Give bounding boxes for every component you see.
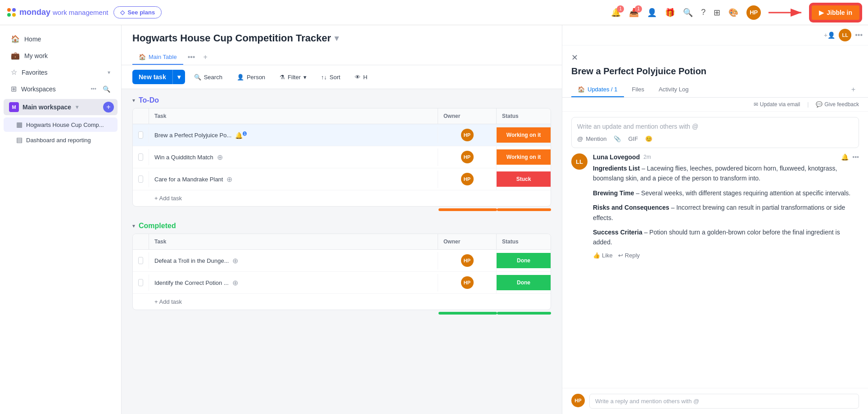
sidebar-item-favorites[interactable]: ☆ Favorites ▾: [4, 64, 118, 80]
attachment-button[interactable]: 📎: [614, 135, 621, 142]
reply-input[interactable]: Write a reply and mention others with @: [589, 394, 859, 409]
apps-icon[interactable]: ⊞: [714, 8, 720, 18]
panel-add-watcher-icon[interactable]: +👤: [824, 32, 835, 39]
emoji-button[interactable]: 😊: [645, 135, 652, 142]
search-button[interactable]: 🔍 Search: [189, 71, 228, 84]
tab-add-button[interactable]: +: [199, 50, 211, 65]
gif-button[interactable]: GIF: [628, 135, 638, 142]
checkbox-2[interactable]: [138, 153, 143, 161]
risks-label: Risks and Consequences: [593, 204, 669, 211]
add-task-completed[interactable]: + Add task: [133, 294, 551, 310]
panel-tab-activity[interactable]: Activity Log: [652, 82, 695, 97]
update-email-label: Update via email: [760, 101, 800, 108]
checkbox-c2[interactable]: [138, 279, 143, 286]
td-check-1: [133, 127, 149, 143]
ingredients-label: Ingredients List: [593, 165, 640, 172]
sort-button[interactable]: ↑↓ Sort: [316, 71, 346, 84]
like-label: Like: [602, 252, 613, 259]
td-status-3[interactable]: Stuck: [497, 171, 551, 187]
jibble-button[interactable]: ▶ Jibble in: [810, 4, 861, 21]
workspace-add-button[interactable]: +: [103, 102, 114, 112]
panel-tab-files[interactable]: Files: [626, 82, 651, 97]
color-icon[interactable]: 🎨: [728, 8, 738, 18]
help-icon[interactable]: ?: [701, 8, 705, 17]
give-feedback-btn[interactable]: 💬 Give feedback: [816, 101, 859, 108]
checkbox-3[interactable]: [138, 176, 143, 183]
new-task-dropdown-arrow[interactable]: ▾: [172, 70, 185, 84]
panel-close-button[interactable]: ✕: [571, 53, 578, 63]
gift-icon[interactable]: 🎁: [665, 8, 675, 18]
tab-more-button[interactable]: •••: [185, 50, 198, 65]
panel-topbar: +👤 LL •••: [562, 25, 868, 45]
logo-dot-yellow: [12, 13, 16, 17]
inbox-icon[interactable]: 📥 1: [629, 8, 639, 18]
like-button[interactable]: 👍 Like: [593, 252, 613, 259]
update-via-email-btn[interactable]: ✉ Update via email: [754, 101, 800, 108]
workspaces-icon: ⊞: [11, 85, 17, 93]
add-task-todo[interactable]: + Add task: [133, 190, 551, 206]
panel-more-icon[interactable]: •••: [855, 31, 863, 39]
td-task-c2[interactable]: Identify the Correct Potion ... ⊕: [149, 274, 438, 292]
panel-tabs: 🏠 Updates / 1 Files Activity Log +: [571, 82, 859, 97]
todo-table: Task Owner Status Brew a Perfect Polyjui…: [132, 108, 551, 207]
filter-icon: ⚗: [280, 74, 285, 81]
person-label: Person: [247, 74, 265, 81]
td-status-2[interactable]: Working on it: [497, 149, 551, 165]
add-task-completed-label: + Add task: [154, 298, 182, 305]
like-icon: 👍: [593, 252, 600, 259]
hide-button[interactable]: 👁 H: [349, 71, 373, 84]
checkbox-1[interactable]: [138, 131, 143, 139]
new-task-button[interactable]: New task ▾: [132, 70, 185, 84]
sidebar-item-home[interactable]: 🏠 Home: [4, 31, 118, 47]
panel-tab-updates[interactable]: 🏠 Updates / 1: [571, 82, 624, 97]
comment-luna: LL Luna Lovegood 2m 🔔 ••• Ingredients Li…: [571, 153, 859, 259]
board-item-hogwarts[interactable]: ▦ Hogwarts House Cup Comp...: [4, 117, 118, 132]
checkbox-c1[interactable]: [138, 257, 143, 264]
board-item-dashboard[interactable]: ▤ Dashboard and reporting: [4, 133, 118, 147]
search-icon[interactable]: 🔍: [683, 8, 693, 18]
td-status-c2[interactable]: Done: [497, 275, 551, 290]
panel-tab-add[interactable]: +: [848, 82, 859, 97]
gif-label: GIF: [628, 135, 638, 142]
attachment-icon: 📎: [614, 135, 621, 142]
comment-more-icon[interactable]: •••: [852, 153, 859, 161]
sidebar-item-workspaces[interactable]: ⊞ Workspaces ••• 🔍: [4, 81, 118, 97]
sidebar-item-mywork[interactable]: 💼 My work: [4, 48, 118, 63]
mention-button[interactable]: @ Mention: [577, 135, 606, 142]
task-name-c2: Identify the Correct Potion ...: [154, 279, 229, 286]
td-task-1[interactable]: Brew a Perfect Polyjuice Po... 🔔1: [149, 127, 438, 144]
th-check-c: [133, 234, 149, 249]
workspace-header[interactable]: M Main workspace ▾ +: [4, 99, 118, 115]
td-status-c1[interactable]: Done: [497, 253, 551, 268]
updates-label: Updates / 1: [588, 86, 618, 93]
inbox-badge: 1: [635, 5, 642, 13]
logo-dot-blue: [12, 8, 16, 12]
td-task-2[interactable]: Win a Quidditch Match ⊕: [149, 148, 438, 166]
comment-p-ingredients: Ingredients List – Lacewing flies, leech…: [593, 163, 859, 184]
reply-button[interactable]: ↩ Reply: [618, 252, 640, 259]
notifications-icon[interactable]: 🔔 1: [611, 8, 621, 18]
filter-button[interactable]: ⚗ Filter ▾: [274, 71, 312, 84]
update-placeholder[interactable]: Write an update and mention others with …: [577, 123, 853, 130]
comment-time-luna: 2m: [643, 154, 651, 160]
group-completed: ▾ Completed Task Owner Status: [132, 222, 551, 315]
sidebar: 🏠 Home 💼 My work ☆ Favorites ▾ ⊞ Workspa…: [0, 25, 122, 414]
group-todo-toggle[interactable]: ▾: [132, 97, 135, 104]
top-nav: monday work management ◇ See plans 🔔 1 📥…: [0, 0, 868, 25]
todo-bar-row: [132, 208, 551, 211]
tab-main-table[interactable]: 🏠 Main Table: [132, 50, 183, 65]
panel-header: ✕ Brew a Perfect Polyjuice Potion 🏠 Upda…: [562, 45, 868, 98]
bell-icon-1: 🔔1: [235, 131, 247, 139]
td-status-1[interactable]: Working on it: [497, 127, 551, 143]
td-task-3[interactable]: Care for a Mandrake Plant ⊕: [149, 171, 438, 188]
td-task-c1[interactable]: Defeat a Troll in the Dunge... ⊕: [149, 252, 438, 270]
todo-table-header: Task Owner Status: [133, 108, 551, 124]
invite-icon[interactable]: 👤: [647, 8, 657, 18]
group-completed-toggle[interactable]: ▾: [132, 223, 135, 229]
toolbar: New task ▾ 🔍 Search 👤 Person ⚗ Filter ▾ …: [122, 65, 562, 89]
see-plans-button[interactable]: ◇ See plans: [113, 6, 162, 18]
comment-bell-icon[interactable]: 🔔: [841, 153, 849, 161]
person-button[interactable]: 👤 Person: [231, 71, 271, 84]
group-todo-title: To-Do: [139, 96, 159, 104]
user-avatar[interactable]: HP: [746, 5, 761, 20]
